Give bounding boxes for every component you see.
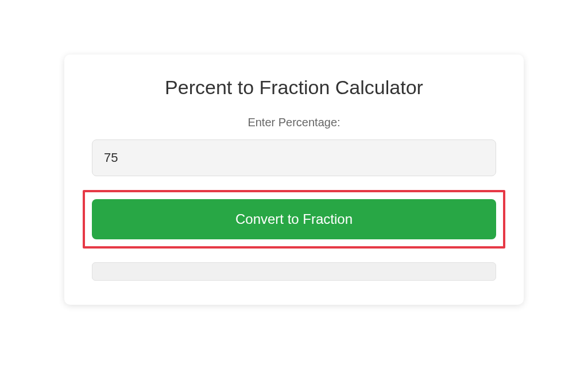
calculator-title: Percent to Fraction Calculator — [92, 76, 496, 99]
button-highlight-annotation: Convert to Fraction — [83, 190, 505, 249]
convert-button[interactable]: Convert to Fraction — [92, 199, 496, 239]
percentage-input-label: Enter Percentage: — [92, 116, 496, 129]
percentage-input[interactable] — [92, 139, 496, 176]
result-output — [92, 262, 496, 281]
calculator-card: Percent to Fraction Calculator Enter Per… — [64, 55, 524, 305]
